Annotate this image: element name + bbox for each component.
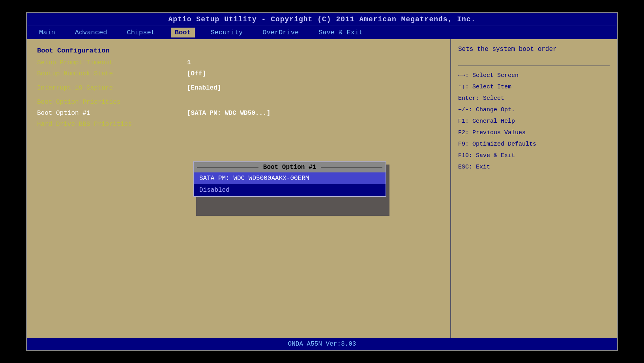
popup-title-line-left	[197, 167, 258, 168]
popup-title-line-right	[321, 167, 382, 168]
main-content: Boot Configuration Setup Prompt Timeout1…	[27, 39, 617, 338]
bios-value-4: [SATA PM: WDC WD50...]	[187, 110, 270, 117]
title-text: Aptio Setup Utility - Copyright (C) 2011…	[168, 15, 476, 23]
bios-value-0: 1	[187, 59, 191, 66]
key-help-row-6: F9: Optimized Defaults	[458, 139, 610, 150]
section-header: Boot Configuration	[37, 47, 440, 54]
key-help: ←→: Select Screen↑↓: Select ItemEnter: S…	[458, 70, 610, 173]
popup-title-bar: Boot Option #1	[194, 162, 386, 172]
nav-item-save-and-exit[interactable]: Save & Exit	[315, 28, 367, 37]
footer-text: ONDA A55N Ver:3.03	[288, 341, 356, 348]
nav-item-chipset[interactable]: Chipset	[123, 28, 159, 37]
bios-row-0: Setup Prompt Timeout1	[37, 59, 440, 66]
bios-label-3: Boot Option Priorities	[37, 99, 187, 106]
bios-row-2: Interrupt 19 Capture[Enabled]	[37, 84, 440, 92]
nav-item-overdrive[interactable]: OverDrive	[258, 28, 303, 37]
nav-item-advanced[interactable]: Advanced	[71, 28, 111, 37]
popup-option-0[interactable]: SATA PM: WDC WD5000AAKX-00ERM	[194, 172, 386, 184]
bios-label-4[interactable]: Boot Option #1	[37, 110, 187, 117]
bios-label-5: Hard Drive BBS Priorities	[37, 121, 187, 128]
nav-item-security[interactable]: Security	[207, 28, 247, 37]
bios-value-2: [Enabled]	[187, 84, 221, 92]
popup-option-1[interactable]: Disabled	[194, 184, 386, 196]
key-help-row-8: ESC: Exit	[458, 162, 610, 172]
bios-rows: Setup Prompt Timeout1Bootup NumLock Stat…	[37, 59, 440, 128]
key-help-row-1: ↑↓: Select Item	[458, 82, 610, 92]
key-help-row-3: +/-: Change Opt.	[458, 105, 610, 115]
popup-overlay: Boot Option #1 SATA PM: WDC WD5000AAKX-0…	[193, 161, 386, 197]
left-panel: Boot Configuration Setup Prompt Timeout1…	[27, 39, 451, 338]
title-bar: Aptio Setup Utility - Copyright (C) 2011…	[27, 13, 617, 26]
key-help-row-0: ←→: Select Screen	[458, 70, 610, 81]
bios-label-0[interactable]: Setup Prompt Timeout	[37, 59, 187, 66]
bios-label-2[interactable]: Interrupt 19 Capture	[37, 84, 187, 92]
bios-value-1: [Off]	[187, 70, 206, 77]
nav-item-boot[interactable]: Boot	[171, 28, 195, 37]
nav-item-main[interactable]: Main	[35, 28, 59, 37]
bios-row-1: Bootup NumLock State[Off]	[37, 70, 440, 77]
key-help-row-2: Enter: Select	[458, 93, 610, 104]
key-help-row-5: F2: Previous Values	[458, 127, 610, 138]
popup-title-text: Boot Option #1	[260, 164, 319, 171]
popup-options: SATA PM: WDC WD5000AAKX-00ERMDisabled	[194, 172, 386, 196]
bios-row-3: Boot Option Priorities	[37, 99, 440, 106]
bios-screen: Aptio Setup Utility - Copyright (C) 2011…	[26, 12, 618, 351]
popup-box: Boot Option #1 SATA PM: WDC WD5000AAKX-0…	[193, 161, 386, 197]
key-help-row-7: F10: Save & Exit	[458, 150, 610, 161]
key-help-row-4: F1: General Help	[458, 116, 610, 127]
help-text: Sets the system boot order	[458, 45, 610, 54]
bios-label-1[interactable]: Bootup NumLock State	[37, 70, 187, 77]
footer: ONDA A55N Ver:3.03	[27, 338, 617, 350]
divider	[458, 65, 610, 66]
right-panel: Sets the system boot order ←→: Select Sc…	[451, 39, 617, 338]
nav-bar: MainAdvancedChipsetBootSecurityOverDrive…	[27, 26, 617, 39]
bios-row-4: Boot Option #1[SATA PM: WDC WD50...]	[37, 110, 440, 117]
bios-row-5: Hard Drive BBS Priorities	[37, 121, 440, 128]
